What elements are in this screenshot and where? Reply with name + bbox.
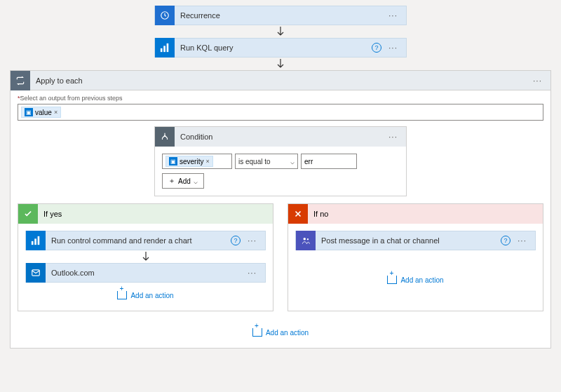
cross-icon [288, 204, 308, 224]
add-action-apply-each[interactable]: Add an action [252, 328, 309, 337]
clock-icon [155, 6, 175, 25]
run-kql-menu[interactable]: ··· [384, 43, 402, 53]
arrow-down-icon [140, 250, 151, 263]
outlook-step[interactable]: Outlook.com ··· [25, 263, 266, 283]
token-severity[interactable]: ▣ severity × [165, 156, 213, 167]
step-menu[interactable]: ··· [243, 236, 261, 245]
run-control-command-step[interactable]: Run control command and render a chart ?… [25, 231, 266, 250]
condition-value-input[interactable]: err [301, 154, 357, 169]
apply-input-field[interactable]: ▣ value × [18, 104, 543, 121]
outlook-icon [26, 263, 46, 283]
adx-icon [155, 38, 175, 58]
add-action-icon [117, 291, 127, 299]
condition-menu[interactable]: ··· [384, 132, 402, 142]
add-action-icon [252, 328, 262, 337]
condition-add-button[interactable]: ＋ Add [162, 173, 204, 189]
apply-to-each-label: Apply to each [30, 76, 529, 85]
help-icon[interactable]: ? [231, 236, 241, 245]
if-no-branch: If no Post message in a chat or channel … [288, 203, 543, 311]
help-icon[interactable]: ? [372, 43, 381, 53]
adx-iconlet: ▣ [25, 108, 33, 116]
arrow-down-icon [275, 25, 286, 38]
apply-to-each-header[interactable]: Apply to each ··· [11, 71, 550, 90]
condition-header[interactable]: Condition ··· [155, 127, 406, 147]
svg-rect-6 [38, 236, 40, 245]
loop-icon [11, 71, 30, 90]
help-icon[interactable]: ? [501, 236, 511, 245]
condition-step: Condition ··· ▣ severity × [154, 126, 407, 196]
apply-to-each-scope: Apply to each ··· *Select an output from… [10, 70, 551, 349]
outlook-label: Outlook.com [46, 269, 243, 277]
add-action-no[interactable]: Add an action [387, 276, 443, 284]
svg-rect-3 [167, 43, 169, 52]
token-remove[interactable]: × [54, 109, 58, 116]
chevron-down-icon [194, 177, 198, 185]
svg-point-9 [307, 238, 309, 240]
teams-post-step[interactable]: Post message in a chat or channel ? ··· [295, 231, 536, 250]
recurrence-step[interactable]: Recurrence ··· [154, 6, 407, 25]
token-value[interactable]: ▣ value × [21, 107, 61, 118]
run-kql-step[interactable]: Run KQL query ? ··· [154, 38, 407, 58]
run-control-command-label: Run control command and render a chart [46, 236, 231, 245]
if-no-header: If no [288, 204, 543, 224]
svg-point-8 [304, 238, 306, 241]
condition-operator-select[interactable]: is equal to [235, 154, 298, 169]
svg-rect-5 [34, 238, 36, 245]
add-action-yes[interactable]: Add an action [117, 291, 173, 299]
token-remove[interactable]: × [205, 158, 209, 165]
svg-rect-1 [161, 48, 163, 52]
if-yes-title: If yes [43, 210, 62, 218]
adx-icon [26, 231, 46, 250]
run-kql-label: Run KQL query [175, 43, 372, 52]
if-no-title: If no [313, 210, 328, 218]
step-menu[interactable]: ··· [243, 268, 261, 278]
plus-icon: ＋ [168, 176, 175, 186]
teams-post-label: Post message in a chat or channel [316, 236, 501, 245]
if-yes-branch: If yes Run control command and render a … [18, 203, 273, 311]
branch-icon [155, 127, 175, 147]
apply-input-label: *Select an output from previous steps [18, 95, 543, 102]
teams-icon [296, 231, 316, 250]
recurrence-label: Recurrence [175, 11, 384, 20]
check-icon [18, 204, 38, 224]
add-action-icon [387, 276, 397, 284]
if-yes-header: If yes [18, 204, 273, 224]
arrow-down-icon [275, 58, 286, 70]
adx-iconlet: ▣ [169, 157, 177, 165]
recurrence-menu[interactable]: ··· [384, 11, 402, 20]
condition-label: Condition [175, 133, 384, 141]
apply-to-each-menu[interactable]: ··· [529, 76, 546, 86]
svg-rect-2 [163, 46, 165, 52]
condition-left-field[interactable]: ▣ severity × [162, 154, 232, 169]
svg-rect-4 [32, 241, 34, 245]
step-menu[interactable]: ··· [513, 236, 531, 245]
